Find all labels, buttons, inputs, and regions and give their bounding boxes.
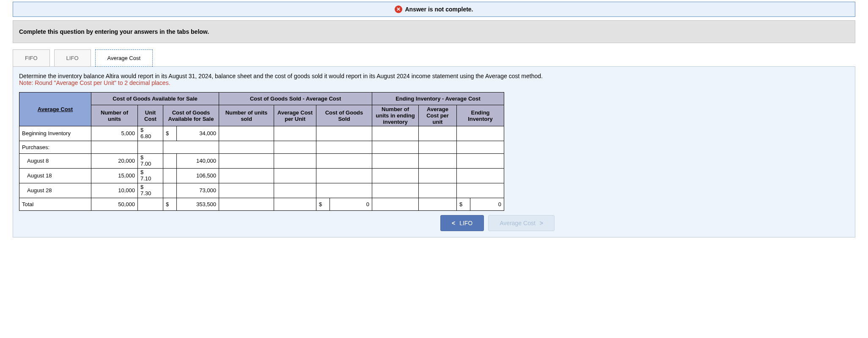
cell-empty[interactable] [274, 168, 316, 183]
cell-empty[interactable] [316, 168, 372, 183]
cell-cogas[interactable]: 353,500 [177, 198, 219, 210]
cell-empty[interactable] [372, 126, 419, 141]
cell-units[interactable]: 50,000 [91, 198, 138, 210]
cell-empty[interactable] [457, 126, 504, 141]
cell-avgcpu[interactable] [274, 198, 316, 210]
cell-unitsold[interactable] [219, 198, 274, 210]
cell-empty[interactable] [419, 141, 457, 153]
cell-cogs-sym: $ [316, 198, 330, 210]
sub-unitcost: Unit Cost [138, 105, 163, 126]
question-panel: Determine the inventory balance Altira w… [13, 66, 855, 237]
table-row-total: Total 50,000 $ 353,500 $ 0 $ 0 [19, 198, 504, 210]
cell-empty[interactable] [372, 183, 419, 198]
cell-empty[interactable] [372, 153, 419, 168]
instruction-bar: Complete this question by entering your … [13, 20, 855, 43]
cell-empty[interactable] [219, 126, 274, 141]
next-label: Average Cost [500, 220, 536, 226]
tab-average-cost[interactable]: Average Cost [95, 49, 153, 67]
cell-cogas[interactable]: 140,000 [177, 153, 219, 168]
table-row: Beginning Inventory 5,000 $6.80 $ 34,000 [19, 126, 504, 141]
table-row: August 8 20,000 $7.00 140,000 [19, 153, 504, 168]
sub-cogs: Cost of Goods Sold [316, 105, 372, 126]
cell-avgcpu2[interactable] [419, 198, 457, 210]
cell-empty[interactable] [219, 141, 274, 153]
cell-cogas-sym: $ [163, 198, 177, 210]
sub-avgcpu: Average Cost per Unit [274, 105, 316, 126]
sub-endinv: Ending Inventory [457, 105, 504, 126]
table-row: August 28 10,000 $7.30 73,000 [19, 183, 504, 198]
cell-empty[interactable] [219, 183, 274, 198]
group-cogas: Cost of Goods Available for Sale [91, 93, 219, 105]
cell-empty[interactable] [91, 141, 138, 153]
cell-cogas-sym [163, 153, 177, 168]
cell-empty[interactable] [372, 168, 419, 183]
cell-empty[interactable] [316, 141, 372, 153]
cell-unitcost[interactable]: $6.80 [138, 126, 163, 141]
tab-fifo[interactable]: FIFO [13, 49, 50, 67]
cell-empty[interactable] [372, 141, 419, 153]
cell-cogas-sym [163, 183, 177, 198]
cell-empty[interactable] [316, 126, 372, 141]
cell-endinv-sym: $ [457, 198, 470, 210]
cell-empty[interactable] [274, 126, 316, 141]
cell-cogas[interactable]: 73,000 [177, 183, 219, 198]
cell-empty[interactable] [457, 168, 504, 183]
cell-empty[interactable] [457, 141, 504, 153]
row-total: Total [19, 198, 91, 210]
cell-unitcost[interactable]: $7.30 [138, 183, 163, 198]
error-icon: ✕ [395, 5, 402, 13]
cell-empty[interactable] [219, 153, 274, 168]
status-text: Answer is not complete. [405, 6, 473, 13]
cell-empty[interactable] [419, 153, 457, 168]
cell-cogas-sym [163, 168, 177, 183]
cell-empty[interactable] [219, 168, 274, 183]
cell-cogs[interactable]: 0 [330, 198, 372, 210]
cell-empty[interactable] [274, 183, 316, 198]
chevron-right-icon: > [540, 220, 543, 226]
cell-empty[interactable] [457, 153, 504, 168]
chevron-left-icon: < [452, 220, 455, 226]
cell-empty[interactable] [316, 183, 372, 198]
sub-avgcpu2: Average Cost per unit [419, 105, 457, 126]
prev-label: LIFO [459, 220, 472, 226]
cell-empty[interactable] [163, 141, 219, 153]
row-purchases: Purchases: [19, 141, 91, 153]
tabs: FIFO LIFO Average Cost [13, 49, 855, 66]
cell-empty[interactable] [419, 168, 457, 183]
sub-units: Number of units [91, 105, 138, 126]
cell-empty[interactable] [316, 153, 372, 168]
group-cogs: Cost of Goods Sold - Average Cost [219, 93, 372, 105]
cell-unitcost[interactable] [138, 198, 163, 210]
sub-cogas: Cost of Goods Available for Sale [163, 105, 219, 126]
instruction-text: Complete this question by entering your … [19, 28, 209, 35]
cell-unitsend[interactable] [372, 198, 419, 210]
cell-empty[interactable] [274, 153, 316, 168]
cell-units[interactable]: 10,000 [91, 183, 138, 198]
row-aug8: August 8 [19, 153, 91, 168]
row-aug18: August 18 [19, 168, 91, 183]
sub-unitsend: Number of units in ending inventory [372, 105, 419, 126]
tab-lifo[interactable]: LIFO [54, 49, 91, 67]
cell-empty[interactable] [419, 183, 457, 198]
cell-empty[interactable] [457, 183, 504, 198]
cell-unitcost[interactable]: $7.00 [138, 153, 163, 168]
cell-cogas[interactable]: 34,000 [177, 126, 219, 141]
cell-empty[interactable] [274, 141, 316, 153]
prev-button[interactable]: < LIFO [440, 215, 484, 231]
cell-empty[interactable] [419, 126, 457, 141]
cell-empty[interactable] [138, 141, 163, 153]
cell-endinv[interactable]: 0 [470, 198, 504, 210]
cell-units[interactable]: 5,000 [91, 126, 138, 141]
cell-units[interactable]: 20,000 [91, 153, 138, 168]
next-button[interactable]: Average Cost > [488, 215, 555, 231]
group-endinv: Ending Inventory - Average Cost [372, 93, 504, 105]
row-aug28: August 28 [19, 183, 91, 198]
cost-table: Average Cost Cost of Goods Available for… [19, 92, 504, 211]
cell-unitcost[interactable]: $7.10 [138, 168, 163, 183]
cell-units[interactable]: 15,000 [91, 168, 138, 183]
nav-buttons: < LIFO Average Cost > [146, 215, 849, 231]
row-begin-inv: Beginning Inventory [19, 126, 91, 141]
status-banner: ✕ Answer is not complete. [13, 2, 855, 17]
cell-cogas[interactable]: 106,500 [177, 168, 219, 183]
rowhead-average-cost: Average Cost [19, 93, 91, 126]
